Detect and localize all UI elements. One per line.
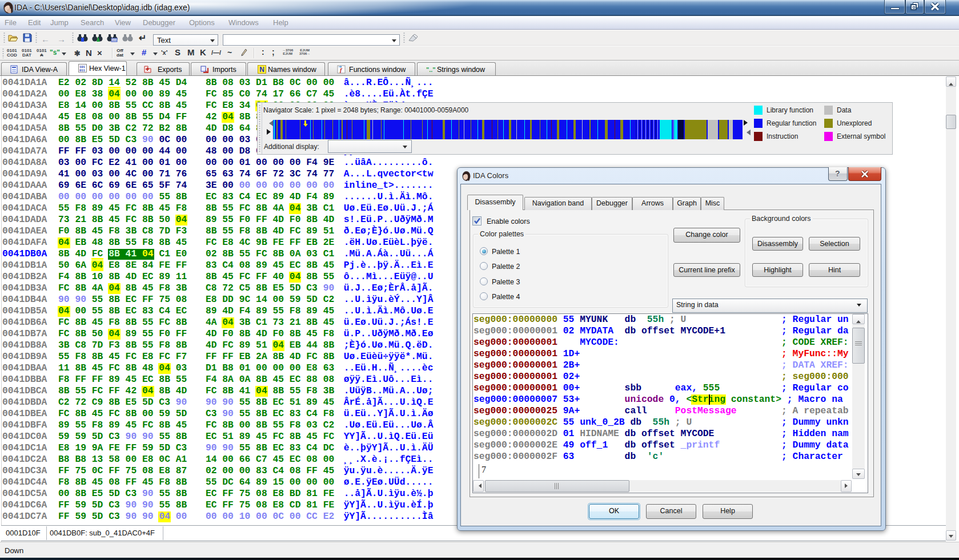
svg-text:011: 011 (79, 69, 86, 72)
svg-text:101: 101 (112, 38, 117, 42)
